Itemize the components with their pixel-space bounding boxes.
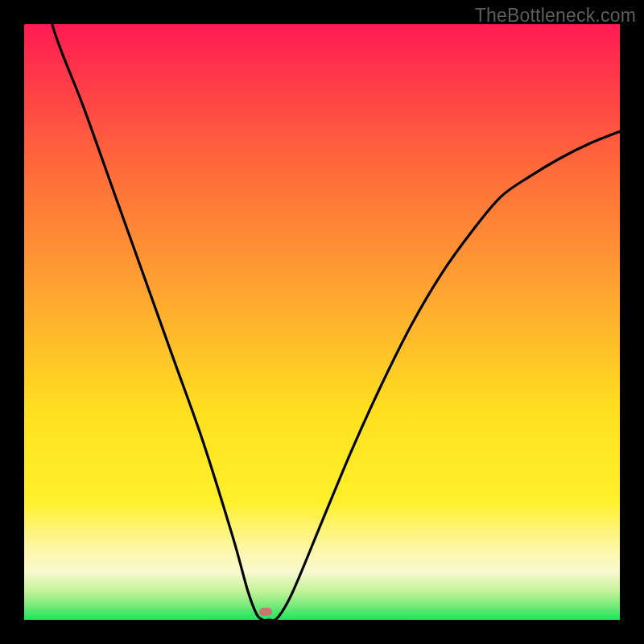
minimum-marker <box>259 608 272 616</box>
chart-frame: TheBottleneck.com <box>0 0 644 644</box>
bottleneck-curve <box>24 24 620 620</box>
plot-area <box>24 24 620 620</box>
watermark-text: TheBottleneck.com <box>475 5 636 27</box>
